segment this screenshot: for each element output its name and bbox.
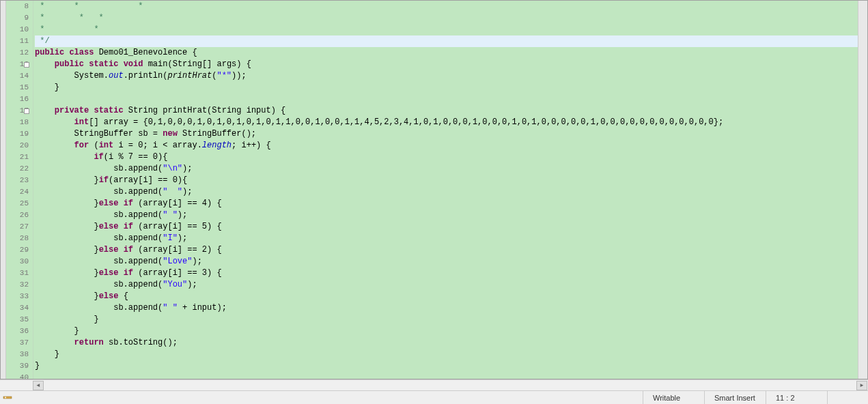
code-line[interactable]: sb.append(" "); [35,210,858,221]
scroll-left-arrow-icon[interactable]: ◄ [33,381,44,390]
code-token: i = 0; i < array. [113,141,202,150]
code-line[interactable]: sb.append("You"); [35,279,858,291]
code-line[interactable]: * * * [35,12,858,24]
status-writable: Writable [643,391,704,404]
line-number[interactable]: 12 [6,47,29,59]
code-token: int [99,141,114,150]
line-number[interactable]: 17 [6,105,29,117]
code-token: } [35,291,99,301]
code-token [118,222,123,231]
line-number[interactable]: 23 [6,175,29,186]
code-line[interactable]: }else if (array[i] == 5) { [35,221,858,233]
line-number[interactable]: 38 [6,349,29,360]
code-token: else [99,268,119,278]
code-token: */ [35,36,50,46]
code-token: (array[i] == 4) { [133,199,222,208]
line-number[interactable]: 30 [6,256,29,268]
line-number[interactable]: 15 [6,82,29,93]
code-line[interactable]: return sb.toString(); [35,337,858,349]
code-line[interactable]: } [35,314,858,326]
line-number[interactable]: 22 [6,163,29,175]
code-line[interactable]: sb.append("\n"); [35,163,858,175]
code-token: [] array = {0,1,0,0,0,1,0,1,0,1,0,1,0,1,… [89,117,723,127]
line-number[interactable]: 35 [6,314,29,326]
line-number[interactable]: 21 [6,152,29,163]
line-number[interactable]: 11 [6,35,29,47]
code-line[interactable]: int[] array = {0,1,0,0,0,1,0,1,0,1,0,1,0… [35,117,858,128]
code-token: ( [89,141,98,150]
line-number[interactable]: 8 [6,1,29,12]
code-line[interactable]: private static String printHrat(String i… [35,105,858,117]
line-number-gutter[interactable]: 8910111213141516171819202122232425262728… [6,1,33,379]
code-line[interactable]: sb.append("Love"); [35,256,858,268]
code-line[interactable]: } [35,326,858,337]
code-token: ); [187,280,197,289]
code-line[interactable]: } [35,360,858,372]
line-number[interactable]: 37 [6,337,29,349]
code-line[interactable]: }else if (array[i] == 4) { [35,198,858,210]
code-line[interactable] [35,93,858,105]
scroll-right-arrow-icon[interactable]: ► [856,381,867,390]
code-token: else [99,222,119,231]
code-line[interactable]: }else if (array[i] == 2) { [35,244,858,256]
code-token: else [99,291,119,301]
line-number[interactable]: 18 [6,117,29,128]
code-line[interactable]: * * * [35,1,858,12]
code-line[interactable]: sb.append("I"); [35,233,858,244]
code-text-area[interactable]: * * * * * * * * */public class Demo01_Be… [33,1,858,379]
overview-ruler[interactable] [858,1,867,379]
line-number[interactable]: 14 [6,70,29,82]
code-line[interactable]: }else if (array[i] == 3) { [35,268,858,279]
code-line[interactable] [35,372,858,379]
code-line[interactable]: System.out.println(printHrat("*")); [35,70,858,82]
code-line[interactable]: } [35,82,858,93]
line-number[interactable]: 25 [6,198,29,210]
code-token [118,59,123,69]
line-number[interactable]: 40 [6,372,29,379]
code-line[interactable]: public class Demo01_Benevolence { [35,47,858,59]
line-number[interactable]: 24 [6,186,29,198]
code-token [118,268,123,278]
line-number[interactable]: 34 [6,302,29,314]
line-number[interactable]: 10 [6,24,29,35]
code-token: (array[i] == 5) { [133,222,222,231]
line-number[interactable]: 16 [6,93,29,105]
code-line[interactable]: for (int i = 0; i < array.length; i++) { [35,140,858,152]
code-token: "*" [216,71,232,81]
line-number[interactable]: 13 [6,59,29,70]
code-line[interactable]: }else { [35,291,858,302]
code-token: sb.append( [35,280,163,289]
line-number[interactable]: 19 [6,128,29,140]
line-number[interactable]: 36 [6,326,29,337]
line-number[interactable]: 9 [6,12,29,24]
code-line[interactable]: * * [35,24,858,35]
line-number[interactable]: 32 [6,279,29,291]
line-number[interactable]: 20 [6,140,29,152]
code-token: } [35,326,79,336]
code-line[interactable]: if(i % 7 == 0){ [35,152,858,163]
line-number[interactable]: 33 [6,291,29,302]
code-token: } [35,199,99,208]
code-line[interactable]: StringBuffer sb = new StringBuffer(); [35,128,858,140]
code-token: if [99,175,109,185]
code-area: 8910111213141516171819202122232425262728… [0,0,868,379]
line-number[interactable]: 28 [6,233,29,244]
code-token: } [35,268,99,278]
code-line[interactable]: public static void main(String[] args) { [35,59,858,70]
code-line[interactable]: }if(array[i] == 0){ [35,175,858,186]
line-number[interactable]: 29 [6,244,29,256]
status-cursor-position: 11 : 2 [766,391,827,404]
code-token: public [35,48,64,57]
code-token: StringBuffer sb = [35,129,163,139]
code-line[interactable]: */ [35,35,858,47]
line-number[interactable]: 39 [6,360,29,372]
code-line[interactable]: } [35,349,858,360]
line-number[interactable]: 27 [6,221,29,233]
line-number[interactable]: 26 [6,210,29,221]
code-line[interactable]: sb.append(" " + input); [35,302,858,314]
code-line[interactable]: sb.append(" "); [35,186,858,198]
code-token: (array[i] == 0){ [109,175,187,185]
line-number[interactable]: 31 [6,268,29,279]
code-token: length [202,141,232,150]
horizontal-scrollbar[interactable]: ◄ ► [0,379,868,390]
